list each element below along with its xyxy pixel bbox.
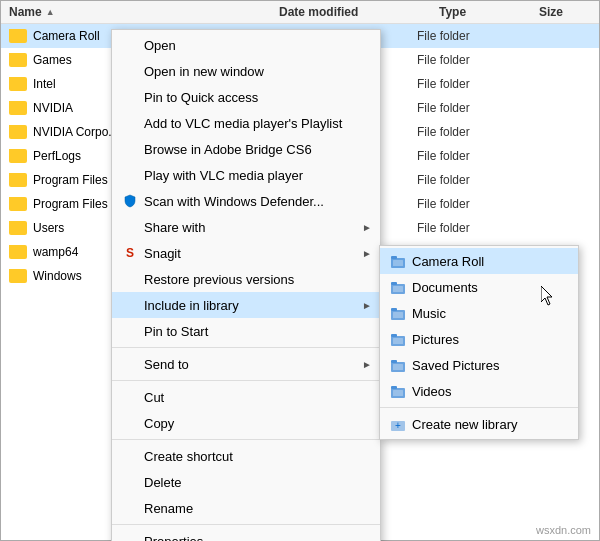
file-name: Program Files [33,173,108,187]
menu-item-include-library[interactable]: Include in library► [112,292,380,318]
file-name: Games [33,53,72,67]
file-name: NVIDIA Corpo... [33,125,118,139]
library-vid-icon [388,381,408,401]
submenu-item-create-new[interactable]: + Create new library [380,411,578,437]
submenu-label: Documents [412,280,478,295]
menu-label: Add to VLC media player's Playlist [144,116,342,131]
file-name: Windows [33,269,82,283]
menu-item-properties[interactable]: Properties [112,528,380,541]
menu-label: Share with [144,220,205,235]
col-name-header[interactable]: Name ▲ [9,5,279,19]
menu-item-pin-start[interactable]: Pin to Start [112,318,380,344]
menu-label: Rename [144,501,193,516]
submenu-item-music[interactable]: Music [380,300,578,326]
file-name: wamp64 [33,245,78,259]
folder-icon [9,53,27,67]
shield-icon [120,191,140,211]
col-size-header[interactable]: Size [539,5,563,19]
menu-item-adobe-bridge[interactable]: Browse in Adobe Bridge CS6 [112,136,380,162]
menu-item-snagit[interactable]: SSnagit► [112,240,380,266]
library-doc-icon [388,277,408,297]
svg-rect-17 [393,390,403,396]
menu-item-rename[interactable]: Rename [112,495,380,521]
menu-item-add-vlc[interactable]: Add to VLC media player's Playlist [112,110,380,136]
submenu-item-documents[interactable]: Documents [380,274,578,300]
submenu-label: Saved Pictures [412,358,499,373]
menu-item-send-to[interactable]: Send to► [112,351,380,377]
menu-label: Send to [144,357,189,372]
svg-rect-7 [391,308,397,311]
svg-rect-14 [393,364,403,370]
submenu-include-library: Camera Roll Documents Music Pictures Sav… [379,245,579,440]
menu-label: Include in library [144,298,239,313]
submenu-arrow: ► [362,222,372,233]
menu-item-restore-previous[interactable]: Restore previous versions [112,266,380,292]
library-pic-icon [388,329,408,349]
file-type: File folder [417,149,517,163]
explorer-window: Name ▲ Date modified Type Size Camera Ro… [0,0,600,541]
menu-item-delete[interactable]: Delete [112,469,380,495]
menu-divider [112,524,380,525]
folder-icon [9,269,27,283]
folder-icon [9,77,27,91]
file-type: File folder [417,53,517,67]
col-date-header[interactable]: Date modified [279,5,439,19]
sort-arrow-up: ▲ [46,7,55,17]
watermark: wsxdn.com [536,524,591,536]
menu-label: Create shortcut [144,449,233,464]
file-name: Camera Roll [33,29,100,43]
menu-item-scan-defender[interactable]: Scan with Windows Defender... [112,188,380,214]
file-type: File folder [417,101,517,115]
file-type: File folder [417,77,517,91]
submenu-item-pictures[interactable]: Pictures [380,326,578,352]
submenu-item-videos[interactable]: Videos [380,378,578,404]
file-name: Program Files ... [33,197,121,211]
menu-label: Pin to Quick access [144,90,258,105]
menu-label: Properties [144,534,203,542]
submenu-item-camera-roll[interactable]: Camera Roll [380,248,578,274]
submenu-item-saved-pictures[interactable]: Saved Pictures [380,352,578,378]
menu-label: Copy [144,416,174,431]
folder-icon [9,125,27,139]
menu-label: Pin to Start [144,324,208,339]
menu-label: Cut [144,390,164,405]
folder-icon [9,197,27,211]
svg-rect-2 [393,260,403,266]
menu-item-open-new-window[interactable]: Open in new window [112,58,380,84]
svg-rect-16 [391,386,397,389]
menu-item-copy[interactable]: Copy [112,410,380,436]
menu-label: Browse in Adobe Bridge CS6 [144,142,312,157]
menu-label: Open in new window [144,64,264,79]
submenu-arrow: ► [362,359,372,370]
menu-item-create-shortcut[interactable]: Create shortcut [112,443,380,469]
svg-rect-11 [393,338,403,344]
context-menu: OpenOpen in new windowPin to Quick acces… [111,29,381,541]
menu-label: Scan with Windows Defender... [144,194,324,209]
svg-rect-8 [393,312,403,318]
svg-rect-4 [391,282,397,285]
file-name: PerfLogs [33,149,81,163]
menu-item-cut[interactable]: Cut [112,384,380,410]
file-name: Intel [33,77,56,91]
file-type: File folder [417,197,517,211]
menu-item-open[interactable]: Open [112,32,380,58]
submenu-label: Videos [412,384,452,399]
library-music-icon [388,303,408,323]
menu-divider [112,380,380,381]
svg-text:+: + [395,420,401,431]
file-type: File folder [417,29,517,43]
svg-rect-13 [391,360,397,363]
menu-item-play-vlc[interactable]: Play with VLC media player [112,162,380,188]
svg-rect-1 [391,256,397,259]
menu-item-share-with[interactable]: Share with► [112,214,380,240]
svg-rect-5 [393,286,403,292]
file-type: File folder [417,221,517,235]
menu-label: Play with VLC media player [144,168,303,183]
menu-label: Restore previous versions [144,272,294,287]
menu-item-pin-quick-access[interactable]: Pin to Quick access [112,84,380,110]
col-type-header[interactable]: Type [439,5,539,19]
svg-rect-10 [391,334,397,337]
menu-divider [112,347,380,348]
submenu-label: Camera Roll [412,254,484,269]
folder-icon [9,29,27,43]
